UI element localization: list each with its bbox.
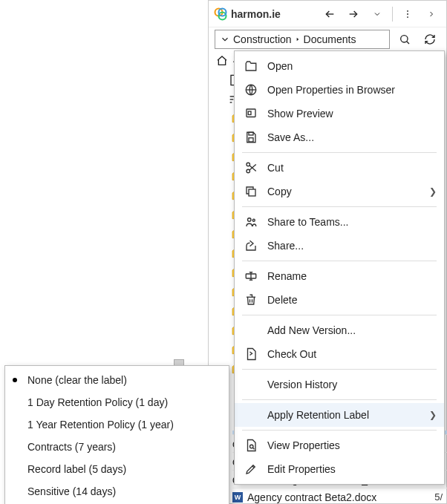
ctx-share-teams[interactable]: Share to Teams...: [235, 210, 444, 234]
globe-icon: [244, 82, 258, 97]
dropdown-history-icon[interactable]: [367, 4, 388, 24]
ctx-label: Open Properties in Browser: [267, 84, 395, 96]
ctx-share[interactable]: Share...: [235, 234, 444, 258]
ctx-label: Add New Version...: [267, 324, 356, 336]
svg-rect-9: [248, 111, 251, 115]
ctx-label: Apply Retention Label: [267, 409, 369, 421]
retention-option-1year[interactable]: 1 Year Retention Policy (1 year): [5, 413, 229, 436]
svg-point-5: [407, 16, 408, 18]
breadcrumb[interactable]: Construction Documents: [215, 30, 390, 49]
ctx-save-as[interactable]: Save As...: [235, 125, 444, 149]
separator: [242, 152, 437, 153]
ctx-delete[interactable]: Delete: [235, 288, 444, 312]
ctx-copy[interactable]: Copy ❯: [235, 180, 444, 203]
location-bar: Construction Documents: [209, 27, 446, 51]
retention-label: Record label (5 days): [27, 463, 126, 475]
svg-rect-10: [249, 132, 253, 135]
svg-point-4: [407, 13, 408, 15]
svg-rect-11: [249, 138, 253, 142]
copy-icon: [244, 184, 258, 199]
forward-button[interactable]: [343, 4, 364, 24]
ctx-open-browser[interactable]: Open Properties in Browser: [235, 78, 444, 102]
retention-option-contracts[interactable]: Contracts (7 years): [5, 436, 229, 458]
ctx-label: Show Preview: [267, 108, 333, 120]
table-row[interactable]: W Agency contract Beta2.docx 5/: [232, 488, 447, 504]
refresh-icon[interactable]: [420, 29, 440, 50]
ctx-label: Copy: [267, 186, 292, 197]
overflow-chevron-icon[interactable]: [421, 4, 442, 24]
ctx-open[interactable]: Open: [235, 54, 444, 78]
chevron-right-icon: ❯: [429, 410, 437, 420]
selected-bullet-icon: [13, 378, 17, 382]
separator: [242, 315, 437, 315]
edit-icon: [244, 462, 258, 477]
share-icon: [244, 238, 258, 253]
ctx-view-props[interactable]: View Properties: [235, 433, 444, 457]
ctx-label: Delete: [267, 294, 297, 306]
breadcrumb-root: Construction: [233, 33, 292, 45]
file-date: 5/: [434, 491, 443, 503]
ctx-label: Version History: [267, 379, 337, 390]
ctx-label: Edit Properties: [267, 463, 336, 475]
search-icon[interactable]: [394, 29, 415, 50]
kebab-menu-icon[interactable]: [397, 4, 418, 24]
ctx-version-history[interactable]: Version History: [235, 373, 444, 396]
save-icon: [244, 130, 258, 145]
teams-icon: [244, 215, 258, 229]
retention-option-none[interactable]: None (clear the label): [5, 369, 229, 391]
separator: [242, 430, 437, 431]
trash-icon: [244, 292, 258, 307]
open-icon: [244, 59, 258, 73]
ctx-add-version[interactable]: Add New Version...: [235, 318, 444, 342]
breadcrumb-sep-icon: [295, 36, 301, 43]
ctx-apply-retention[interactable]: Apply Retention Label ❯: [235, 403, 444, 427]
svg-point-6: [401, 36, 408, 42]
separator: [242, 261, 437, 261]
file-name: Agency contract Beta2.docx: [247, 491, 430, 503]
ctx-label: Rename: [267, 270, 307, 282]
svg-point-12: [247, 169, 250, 173]
cut-icon: [244, 160, 258, 175]
rename-icon: [244, 269, 258, 284]
retention-label: Sensitive (14 days): [27, 485, 116, 497]
preview-icon: [244, 106, 258, 121]
retention-submenu: None (clear the label) 1 Day Retention P…: [4, 365, 229, 504]
svg-point-16: [252, 219, 255, 221]
ctx-check-out[interactable]: Check Out: [235, 342, 444, 366]
ctx-edit-props[interactable]: Edit Properties: [235, 457, 444, 481]
chevron-down-icon: [220, 34, 230, 45]
ctx-label: Share to Teams...: [267, 216, 348, 228]
view-props-icon: [244, 438, 258, 453]
context-menu: Open Open Properties in Browser Show Pre…: [234, 50, 445, 485]
separator: [242, 369, 437, 370]
ctx-cut[interactable]: Cut: [235, 156, 444, 180]
retention-option-record[interactable]: Record label (5 days): [5, 458, 229, 480]
ctx-label: Save As...: [267, 131, 314, 143]
retention-label: None (clear the label): [27, 374, 127, 386]
chevron-right-icon: ❯: [429, 186, 437, 197]
retention-option-sensitive[interactable]: Sensitive (14 days): [5, 480, 229, 503]
retention-label: Contracts (7 years): [27, 441, 116, 453]
ctx-preview[interactable]: Show Preview: [235, 102, 444, 125]
topbar: harmon.ie: [209, 1, 446, 27]
back-button[interactable]: [319, 4, 340, 24]
ctx-label: Open: [267, 60, 293, 72]
svg-point-13: [247, 163, 250, 166]
ctx-rename[interactable]: Rename: [235, 264, 444, 288]
separator: [242, 206, 437, 207]
ctx-label: Check Out: [267, 348, 316, 360]
ctx-label: Share...: [267, 240, 304, 252]
retention-label: 1 Year Retention Policy (1 year): [27, 419, 174, 431]
ctx-label: Cut: [267, 162, 284, 174]
brand: harmon.ie: [213, 7, 316, 22]
brand-text: harmon.ie: [231, 8, 281, 20]
breadcrumb-leaf: Documents: [304, 33, 356, 45]
checkout-icon: [244, 347, 258, 361]
svg-point-3: [407, 10, 408, 11]
retention-label: 1 Day Retention Policy (1 day): [27, 396, 168, 408]
brand-logo-icon: [213, 7, 228, 22]
svg-rect-14: [249, 189, 255, 196]
separator: [242, 399, 437, 400]
retention-option-1day[interactable]: 1 Day Retention Policy (1 day): [5, 391, 229, 413]
ctx-label: View Properties: [267, 439, 340, 451]
